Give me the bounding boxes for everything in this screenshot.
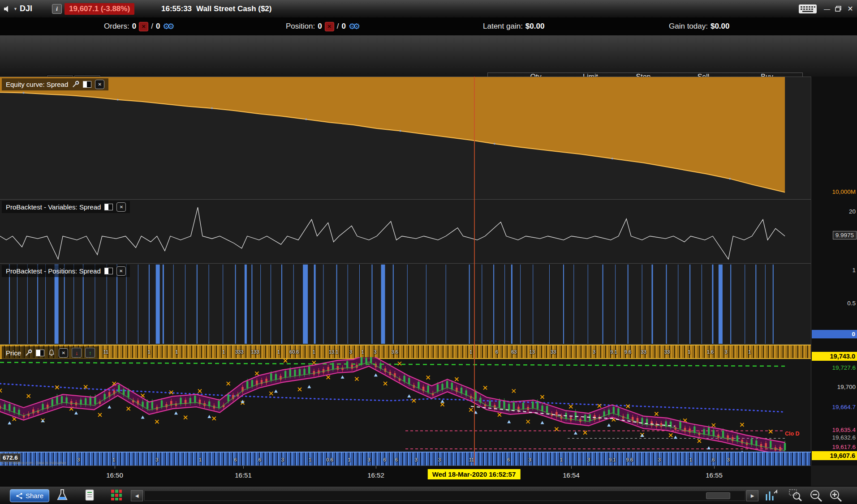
price-chart[interactable] bbox=[0, 357, 811, 452]
time-tick bbox=[115, 466, 115, 469]
cursor-time-badge: Wed 18-Mar-2020 16:52:57 bbox=[428, 469, 521, 479]
buy-marker-toggle[interactable]: ↑ bbox=[85, 348, 95, 358]
trade-count-label: 63 bbox=[511, 349, 517, 355]
trade-count-label: 1 bbox=[175, 349, 178, 355]
trade-count-label: 6 bbox=[234, 457, 237, 462]
axis-label: 0 bbox=[812, 330, 857, 338]
positions-panel[interactable]: ProBacktest - Positions: Spread ✕ bbox=[0, 263, 811, 345]
speaker-icon bbox=[4, 5, 12, 13]
trade-count-label: 0.6 bbox=[326, 457, 333, 462]
info-button[interactable]: i bbox=[52, 0, 62, 17]
flask-icon bbox=[56, 489, 68, 501]
scrollbar-thumb[interactable] bbox=[706, 492, 730, 499]
gain-today-group: Gain today: $0.00 bbox=[669, 17, 730, 35]
share-button[interactable]: Share bbox=[10, 489, 49, 502]
instrument-name: Wall Street Cash ($2) bbox=[196, 4, 271, 13]
symbol-selector[interactable]: DJI bbox=[20, 0, 32, 17]
position-slash: / bbox=[337, 22, 339, 31]
close-daily-label: Clo D bbox=[785, 431, 800, 437]
orders-group: Orders: 0 ✕ / 0 ⚙⚙ bbox=[104, 17, 172, 35]
trade-count-label: 33 bbox=[551, 349, 556, 355]
trade-count-label: 33 bbox=[641, 349, 646, 355]
heatmap-button[interactable] bbox=[110, 489, 123, 501]
variables-panel[interactable]: ProBacktest - Variables: Spread ✕ bbox=[0, 199, 811, 264]
share-label: Share bbox=[26, 492, 43, 500]
trade-count-label: 333 bbox=[235, 349, 243, 355]
orders-settings-icon[interactable]: ⚙⚙ bbox=[163, 21, 172, 31]
scrollbar-track[interactable] bbox=[144, 491, 745, 501]
close-panel-button[interactable]: ✕ bbox=[59, 348, 68, 358]
trade-count-label: 1 bbox=[222, 349, 225, 355]
close-panel-button[interactable]: ✕ bbox=[116, 202, 126, 212]
scroll-right-button[interactable]: ▶ bbox=[746, 490, 758, 501]
time-label: 16:54 bbox=[563, 471, 580, 479]
wrench-icon[interactable] bbox=[72, 81, 79, 88]
zoom-in-button[interactable] bbox=[829, 489, 842, 502]
zoom-area-button[interactable] bbox=[788, 489, 802, 502]
cancel-orders-icon[interactable]: ✕ bbox=[139, 22, 148, 31]
zoom-out-button[interactable] bbox=[809, 489, 823, 502]
orders-count-2: 0 bbox=[156, 22, 160, 31]
trade-count-label: .6 bbox=[257, 457, 261, 462]
heatmap-icon bbox=[110, 489, 123, 501]
bell-icon[interactable] bbox=[48, 349, 55, 357]
trading-platform-window: ▼ DJI i 19,607.1 (-3.88%) 16:55:33 Wall … bbox=[0, 0, 857, 504]
scroll-left-button[interactable]: ◀ bbox=[131, 490, 143, 501]
axis-label: 1 bbox=[852, 266, 856, 274]
orders-slash: / bbox=[151, 22, 153, 31]
axis-label: 20 bbox=[849, 208, 856, 215]
orders-bar: Orders: 0 ✕ / 0 ⚙⚙ Position: 0 ✕ / 0 ⚙⚙ … bbox=[0, 17, 857, 35]
trade-count-label: 6 bbox=[395, 457, 398, 462]
axis-label: 19,664.7 bbox=[832, 403, 856, 411]
axis-label: 19,700 bbox=[837, 383, 856, 391]
symbol-label: DJI bbox=[20, 4, 32, 13]
keyboard-button[interactable] bbox=[798, 0, 817, 17]
window-toggle-icon[interactable] bbox=[104, 268, 113, 274]
window-toggle-icon[interactable] bbox=[83, 81, 91, 88]
bar-columns-icon bbox=[764, 489, 778, 501]
sound-menu[interactable]: ▼ bbox=[4, 0, 17, 17]
equity-panel-title: Equity curve: Spread bbox=[6, 81, 68, 88]
probacktest-button[interactable] bbox=[56, 489, 68, 501]
report-button[interactable] bbox=[84, 489, 95, 501]
trade-count-label: 3 bbox=[281, 457, 284, 462]
trade-count-label: 133 bbox=[251, 349, 259, 355]
trade-count-label: 1 bbox=[199, 457, 202, 462]
trade-count-label: 3 bbox=[727, 457, 730, 462]
position-settings-icon[interactable]: ⚙⚙ bbox=[349, 21, 357, 31]
time-tick bbox=[243, 466, 244, 469]
price-panel[interactable]: 611111333133160.6113.13133.61663133339.1… bbox=[0, 344, 811, 466]
close-panel-button[interactable]: ✕ bbox=[95, 80, 104, 89]
right-axis[interactable]: 10,000M209.997510.5019,743.019,727.619,7… bbox=[811, 77, 857, 466]
minimize-button[interactable]: — bbox=[823, 0, 831, 17]
trade-count-label: 3 bbox=[725, 349, 728, 355]
window-toggle-icon[interactable] bbox=[36, 350, 44, 356]
position-group: Position: 0 ✕ / 0 ⚙⚙ bbox=[286, 17, 357, 35]
wrench-icon[interactable] bbox=[25, 349, 32, 357]
equity-panel-header: Equity curve: Spread ✕ bbox=[2, 78, 108, 90]
cursor-crosshair-line bbox=[474, 77, 475, 466]
gain-today-label: Gain today: bbox=[669, 22, 708, 31]
trade-count-label: 3 bbox=[77, 457, 80, 462]
close-panel-button[interactable]: ✕ bbox=[116, 266, 126, 276]
restore-button[interactable] bbox=[834, 0, 843, 17]
time-label: 16:50 bbox=[106, 471, 123, 479]
trade-count-label: 9.1 bbox=[609, 457, 616, 462]
trade-count-label: 1 bbox=[689, 457, 692, 462]
axis-label: 19,607.6 bbox=[812, 451, 857, 460]
chart-history-button[interactable] bbox=[764, 489, 778, 501]
close-button[interactable]: ✕ bbox=[846, 0, 855, 17]
clock-wrap: 16:55:33 bbox=[161, 0, 192, 17]
info-icon: i bbox=[52, 4, 62, 14]
variables-panel-header: ProBacktest - Variables: Spread ✕ bbox=[2, 201, 130, 213]
close-position-icon[interactable]: ✕ bbox=[325, 22, 334, 31]
sell-marker-toggle[interactable]: ↓ bbox=[72, 348, 82, 358]
axis-label: 19,743.0 bbox=[812, 352, 857, 361]
equity-chart[interactable] bbox=[0, 77, 811, 200]
equity-panel[interactable]: Equity curve: Spread ✕ bbox=[0, 77, 811, 200]
time-axis[interactable]: © IT-Finance.com. Data is indicative Wed… bbox=[0, 466, 811, 487]
gain-today-value: $0.00 bbox=[711, 22, 730, 31]
trade-count-label: 1 bbox=[748, 349, 751, 355]
window-toggle-icon[interactable] bbox=[104, 204, 113, 210]
trade-count-label: 60.6 bbox=[289, 349, 299, 355]
